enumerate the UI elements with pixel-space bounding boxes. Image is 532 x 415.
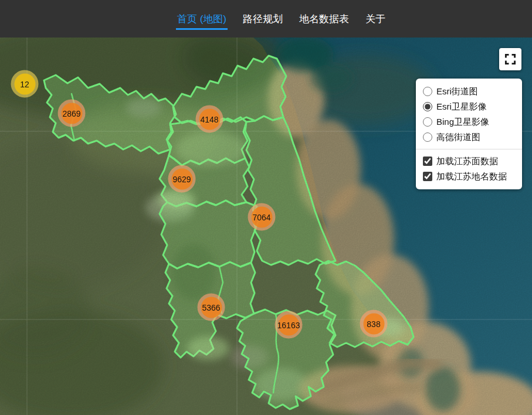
cluster-count: 16163 [278,314,299,335]
layer-label: Bing卫星影像 [436,116,489,128]
cluster-marker[interactable]: 2869 [58,100,86,127]
cluster-count: 9629 [171,168,192,189]
overlay-layer-option[interactable]: 加载江苏地名数据 [423,169,515,184]
cluster-marker[interactable]: 838 [360,310,388,338]
navbar: 首页 (地图)路径规划地名数据表关于 [0,0,532,38]
layer-label: 高德街道图 [436,131,480,143]
cluster-marker[interactable]: 5366 [198,294,225,321]
layer-label: 加载江苏面数据 [436,155,498,167]
base-layer-radio[interactable] [423,132,432,142]
nav-item[interactable]: 关于 [364,8,387,30]
cluster-count: 7064 [251,206,272,227]
cluster-count: 5366 [201,297,222,318]
base-layer-radio[interactable] [423,87,432,96]
cluster-marker[interactable]: 4148 [196,106,223,133]
cluster-marker[interactable]: 12 [11,70,39,98]
cluster-count: 4148 [199,108,220,130]
nav-items: 首页 (地图)路径规划地名数据表关于 [31,0,532,38]
overlay-layer-checkbox[interactable] [423,157,432,166]
fullscreen-button[interactable] [499,48,521,70]
base-layer-radio[interactable] [423,102,432,111]
base-layer-list: Esri街道图Esri卫星影像Bing卫星影像高德街道图 [423,84,515,145]
base-layer-option[interactable]: Esri卫星影像 [423,99,515,114]
base-layer-option[interactable]: Esri街道图 [423,84,515,99]
overlay-layer-checkbox[interactable] [423,172,432,181]
overlay-layer-list: 加载江苏面数据加载江苏地名数据 [423,154,515,184]
nav-item[interactable]: 首页 (地图) [176,8,228,30]
layer-label: Esri卫星影像 [436,101,487,113]
app-window: 首页 (地图)路径规划地名数据表关于 [0,0,532,415]
fullscreen-expand-icon [504,53,517,66]
overlay-layer-option[interactable]: 加载江苏面数据 [423,154,515,169]
cluster-marker[interactable]: 7064 [248,203,276,231]
base-layer-option[interactable]: 高德街道图 [423,130,515,145]
layer-label: Esri街道图 [436,86,478,97]
layer-control: Esri街道图Esri卫星影像Bing卫星影像高德街道图 加载江苏面数据加载江苏… [416,79,522,189]
nav-item[interactable]: 路径规划 [242,8,284,30]
nav-item[interactable]: 地名数据表 [298,8,350,30]
base-layer-option[interactable]: Bing卫星影像 [423,114,515,130]
layer-control-separator [416,149,522,149]
cluster-marker[interactable]: 16163 [275,311,303,339]
cluster-count: 12 [14,73,35,94]
base-layer-radio[interactable] [423,117,432,127]
cluster-count: 838 [363,313,384,334]
cluster-marker[interactable]: 9629 [168,165,196,193]
layer-label: 加载江苏地名数据 [436,171,507,182]
map-canvas[interactable]: Esri街道图Esri卫星影像Bing卫星影像高德街道图 加载江苏面数据加载江苏… [0,38,532,415]
cluster-count: 2869 [61,103,82,124]
